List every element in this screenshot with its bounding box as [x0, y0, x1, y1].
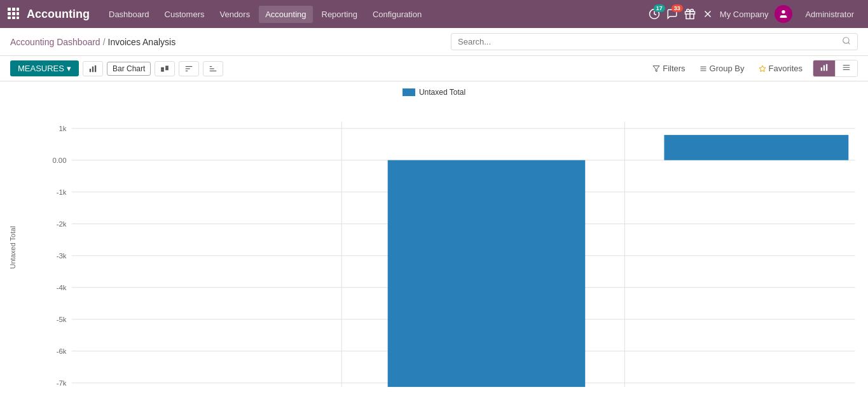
search-bar	[451, 33, 858, 50]
chart-legend: Untaxed Total	[6, 88, 862, 97]
svg-rect-4	[12, 12, 15, 15]
sort-asc-btn[interactable]	[179, 61, 199, 76]
nav-customers[interactable]: Customers	[158, 6, 211, 23]
main-content: Accounting Dashboard / Invoices Analysis…	[0, 28, 868, 399]
svg-rect-8	[17, 17, 19, 19]
svg-rect-3	[8, 12, 11, 15]
legend-color-swatch	[403, 88, 415, 96]
svg-rect-35	[821, 67, 822, 71]
svg-rect-36	[823, 66, 825, 71]
chart-type-button[interactable]: Bar Chart	[107, 62, 151, 76]
bar-october-2020	[388, 160, 586, 387]
svg-rect-5	[17, 12, 19, 15]
svg-text:-2k: -2k	[57, 220, 67, 228]
bar-undefined	[664, 135, 848, 160]
app-brand: Accounting	[27, 8, 90, 21]
svg-rect-0	[8, 8, 11, 11]
avatar[interactable]	[775, 5, 792, 23]
company-name[interactable]: My Company	[720, 10, 769, 19]
svg-text:0.00: 0.00	[52, 157, 66, 164]
svg-text:-4k: -4k	[57, 284, 67, 291]
groupby-button[interactable]: Group By	[693, 60, 751, 76]
y-axis-label: Untaxed Total	[6, 102, 19, 393]
list-view-btn[interactable]	[836, 60, 857, 76]
nav-accounting[interactable]: Accounting	[259, 6, 312, 23]
svg-text:1k: 1k	[59, 125, 67, 132]
sort-desc-btn[interactable]	[203, 61, 223, 76]
svg-rect-6	[8, 17, 11, 19]
filters-button[interactable]: Filters	[646, 60, 691, 76]
svg-text:-6k: -6k	[57, 347, 67, 355]
svg-rect-1	[12, 8, 15, 11]
chat-icon-btn[interactable]: 33	[666, 8, 678, 20]
chart-container: Untaxed Total Untaxed Total	[0, 81, 868, 399]
svg-text:-7k: -7k	[57, 379, 67, 387]
admin-name[interactable]: Administrator	[799, 6, 860, 23]
svg-marker-34	[759, 66, 766, 72]
measures-button[interactable]: MEASURES ▾	[10, 60, 79, 76]
svg-text:Undefined: Undefined	[727, 393, 760, 394]
breadcrumb-separator: /	[103, 37, 106, 47]
view-toggle	[813, 60, 858, 77]
svg-rect-20	[161, 67, 164, 69]
nav-configuration[interactable]: Configuration	[366, 6, 428, 23]
top-navigation: Accounting Dashboard Customers Vendors A…	[0, 0, 868, 28]
svg-rect-37	[826, 64, 827, 71]
chart-view-btn[interactable]	[813, 60, 836, 76]
svg-rect-2	[17, 8, 19, 11]
breadcrumb-current: Invoices Analysis	[108, 37, 176, 47]
svg-rect-22	[165, 66, 169, 68]
svg-text:-1k: -1k	[57, 188, 67, 196]
page-header: Accounting Dashboard / Invoices Analysis	[0, 28, 868, 56]
svg-line-16	[848, 43, 850, 45]
svg-text:October 2020: October 2020	[465, 393, 509, 394]
svg-rect-23	[165, 67, 169, 70]
chart-wrapper: Untaxed Total	[6, 102, 862, 393]
nav-right: 17 33 My Company	[649, 5, 860, 23]
gift-icon-btn[interactable]	[684, 8, 696, 20]
chat-badge: 33	[672, 4, 683, 12]
close-icon-btn[interactable]	[702, 8, 713, 20]
nav-dashboard[interactable]: Dashboard	[102, 6, 156, 23]
svg-rect-18	[92, 66, 93, 72]
chart-inner: 1k 0.00 -1k -2k -3k -4k -5k -6k -7k	[19, 102, 862, 393]
activity-badge: 17	[654, 4, 665, 12]
bar-chart-icon-btn[interactable]	[83, 61, 103, 76]
svg-point-14	[782, 10, 785, 13]
search-input[interactable]	[458, 37, 842, 46]
svg-point-15	[843, 38, 849, 43]
activity-icon-btn[interactable]: 17	[649, 8, 660, 20]
breadcrumb-parent[interactable]: Accounting Dashboard	[10, 37, 100, 47]
legend-label: Untaxed Total	[419, 88, 465, 97]
nav-vendors[interactable]: Vendors	[213, 6, 256, 23]
nav-reporting[interactable]: Reporting	[315, 6, 364, 23]
svg-rect-17	[90, 69, 91, 72]
svg-text:September 2020: September 2020	[174, 393, 227, 394]
toolbar: MEASURES ▾ Bar Chart	[0, 56, 868, 81]
svg-text:-5k: -5k	[57, 316, 67, 323]
breadcrumb: Accounting Dashboard / Invoices Analysis	[10, 37, 176, 47]
svg-rect-7	[12, 17, 15, 19]
favorites-button[interactable]: Favorites	[752, 60, 809, 76]
chart-svg: 1k 0.00 -1k -2k -3k -4k -5k -6k -7k	[19, 102, 862, 393]
svg-rect-21	[161, 69, 164, 72]
chart-type-label: Bar Chart	[113, 64, 145, 73]
svg-text:-3k: -3k	[57, 252, 67, 260]
nav-links: Dashboard Customers Vendors Accounting R…	[102, 6, 649, 23]
search-icon	[842, 36, 851, 47]
svg-marker-30	[653, 66, 659, 71]
filter-group: Filters Group By Favorites	[646, 60, 809, 76]
grid-icon[interactable]	[8, 8, 19, 21]
svg-rect-19	[95, 65, 96, 72]
stacked-chart-icon-btn[interactable]	[155, 61, 175, 76]
